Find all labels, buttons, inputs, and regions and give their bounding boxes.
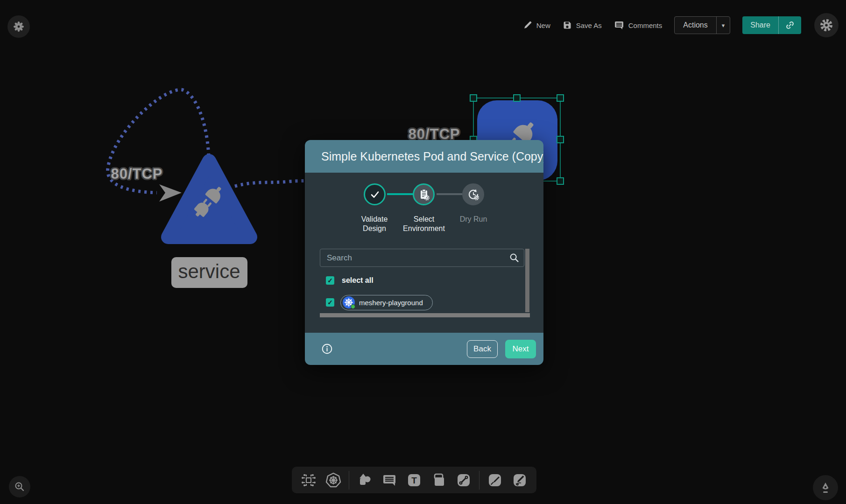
select-all-label: select all <box>342 276 374 285</box>
tool-kubernetes[interactable] <box>324 471 343 490</box>
step-label-validate-design: Validate Design <box>349 215 400 233</box>
step-label-dry-run: Dry Run <box>448 215 499 224</box>
text-icon: T <box>407 473 422 488</box>
pen-nib-icon <box>819 482 832 494</box>
new-label: New <box>536 21 550 29</box>
step-dry-run[interactable] <box>462 183 484 205</box>
tool-link[interactable] <box>454 471 473 490</box>
tool-shapes[interactable] <box>355 471 374 490</box>
tool-components[interactable] <box>299 471 318 490</box>
actions-label: Actions <box>675 17 716 34</box>
edge-link-icon <box>456 473 471 488</box>
kubernetes-icon <box>325 472 341 488</box>
bottom-dock: T <box>292 467 536 493</box>
save-as-button[interactable]: Save As <box>563 21 602 30</box>
copy-link-button[interactable] <box>779 16 801 34</box>
edge-service-to-pod[interactable] <box>235 181 307 186</box>
tool-draw[interactable] <box>510 471 529 490</box>
search-input[interactable] <box>320 249 524 267</box>
settings-button[interactable] <box>814 13 839 37</box>
shapes-icon <box>357 473 372 488</box>
component-icon <box>301 473 316 488</box>
pen-icon <box>487 473 502 488</box>
actions-dropdown[interactable]: Actions ▾ <box>674 16 730 34</box>
share-button[interactable]: Share <box>742 16 801 34</box>
tool-media[interactable] <box>430 471 448 490</box>
back-button[interactable]: Back <box>467 340 498 358</box>
gear-icon <box>819 18 833 32</box>
clipboard-gear-icon <box>417 188 430 201</box>
stepper-connector-pending <box>437 193 462 195</box>
svg-text:T: T <box>411 476 417 485</box>
stepper-connector-done <box>387 193 413 195</box>
select-all-row: ✓ select all <box>326 276 374 285</box>
step-validate-design[interactable] <box>364 183 386 205</box>
draw-freehand-icon <box>512 473 527 488</box>
deploy-modal: Simple Kubernetes Pod and Service (Copy) <box>305 140 543 365</box>
share-label: Share <box>742 16 778 34</box>
next-button[interactable]: Next <box>505 340 536 358</box>
environment-row: ✓ meshery-p <box>326 294 433 310</box>
edge-arrowhead-icon <box>159 184 182 202</box>
step-select-environment[interactable] <box>413 183 435 205</box>
modal-footer: Back Next <box>305 333 543 365</box>
link-icon <box>785 20 795 30</box>
comments-button[interactable]: Comments <box>614 20 663 30</box>
dry-run-icon <box>467 188 480 201</box>
save-icon <box>563 21 572 30</box>
node-service-label: service <box>171 257 247 288</box>
zoom-button[interactable] <box>9 476 30 497</box>
service-label-text: service <box>178 260 240 282</box>
top-toolbar: New Save As Comments Actions ▾ <box>523 16 839 35</box>
divider <box>349 471 349 490</box>
tool-text[interactable]: T <box>405 471 423 490</box>
modal-title: Simple Kubernetes Pod and Service (Copy) <box>321 150 543 163</box>
kubernetes-connection <box>343 296 355 308</box>
node-service[interactable] <box>168 161 250 237</box>
zoom-in-icon <box>14 481 25 492</box>
connected-status-dot <box>351 304 355 309</box>
edge-label-left: 80/TCP <box>111 166 162 182</box>
modal-body: Validate Design Select Environment Dry R… <box>305 173 543 333</box>
tool-comment[interactable] <box>380 471 399 490</box>
chevron-down-icon[interactable]: ▾ <box>717 17 730 34</box>
divider <box>479 471 479 490</box>
search-icon <box>509 253 519 263</box>
modal-header: Simple Kubernetes Pod and Service (Copy) <box>305 140 543 173</box>
design-canvas[interactable]: service 80/TCP 80 <box>0 0 846 504</box>
environment-chip[interactable]: meshery-playground <box>340 295 433 310</box>
environment-name: meshery-playground <box>359 299 423 307</box>
pen-mode-button[interactable] <box>813 475 838 500</box>
comments-label: Comments <box>628 21 663 29</box>
comment-icon <box>382 473 397 488</box>
info-icon[interactable] <box>321 343 333 355</box>
pencil-icon <box>523 21 532 30</box>
app-logo-button[interactable] <box>7 15 30 38</box>
comment-icon <box>614 20 624 30</box>
media-icon <box>431 473 446 488</box>
environment-search <box>320 249 524 267</box>
environment-checkbox[interactable]: ✓ <box>326 298 334 307</box>
tool-pen[interactable] <box>486 471 504 490</box>
select-all-checkbox[interactable]: ✓ <box>326 276 334 285</box>
horizontal-scrollbar[interactable] <box>320 313 530 317</box>
save-as-label: Save As <box>576 21 602 29</box>
kanvas-flower-icon <box>13 21 24 32</box>
new-button[interactable]: New <box>523 21 550 30</box>
vertical-scrollbar[interactable] <box>525 249 529 312</box>
check-icon <box>369 189 381 201</box>
step-label-select-environment: Select Environment <box>398 215 450 233</box>
